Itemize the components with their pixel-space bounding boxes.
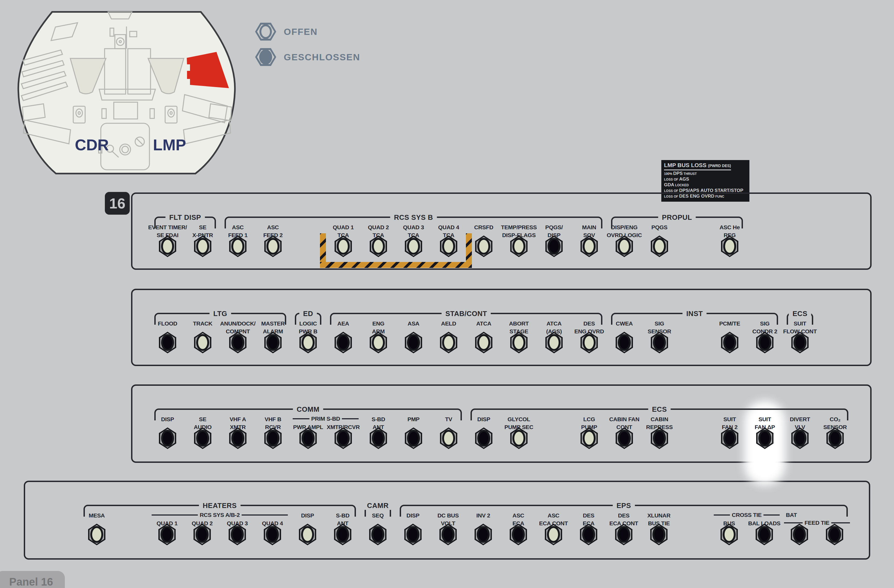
breaker-state-closed xyxy=(654,528,663,541)
breaker-quad-1[interactable] xyxy=(159,524,176,545)
breaker-dc-bus-volt[interactable] xyxy=(439,524,457,545)
breaker-quad-3[interactable] xyxy=(229,524,246,545)
breaker-cwea[interactable] xyxy=(616,332,633,353)
breaker-cell-master-alarm: MASTERALARM xyxy=(255,290,290,365)
breaker-disp[interactable] xyxy=(404,524,421,545)
breaker-eng-arm[interactable] xyxy=(370,332,387,353)
breaker-xlunar-bus-tie[interactable] xyxy=(650,524,667,545)
lmp-station-label: LMP xyxy=(153,136,186,154)
breaker-cell-atca-ags: ATCA(AGS) xyxy=(536,290,572,365)
breaker-state-open xyxy=(514,240,524,253)
breaker-suit-flow-cont[interactable] xyxy=(791,332,809,353)
breaker-aeld[interactable] xyxy=(440,332,457,353)
breaker-cell-dc-bus-volt: DC BUSVOLT xyxy=(430,482,466,558)
breaker-aea[interactable] xyxy=(335,332,352,353)
breaker-abort-stage[interactable] xyxy=(510,332,527,353)
breaker-master-alarm[interactable] xyxy=(264,332,282,353)
breaker-s-bd-ant[interactable] xyxy=(334,524,351,545)
breaker-cell-quad-3: QUAD 3 xyxy=(220,482,255,558)
breaker-disp[interactable] xyxy=(159,428,176,449)
breaker-bus[interactable] xyxy=(720,524,738,545)
breaker-disp[interactable] xyxy=(299,524,316,545)
breaker-pqgs[interactable] xyxy=(651,236,668,257)
breaker-pmp[interactable] xyxy=(405,428,422,449)
breaker-disp-eng-ovrd-logic[interactable] xyxy=(616,236,633,257)
breaker-flood[interactable] xyxy=(159,332,176,353)
breaker-des-eca[interactable] xyxy=(580,524,597,545)
breaker-cell-mesa: MESA xyxy=(79,482,114,558)
breaker-glycol-pump-sec[interactable] xyxy=(510,428,527,449)
breaker-state-closed xyxy=(338,528,347,541)
breaker-label: CABIN xyxy=(651,416,668,423)
breaker-asc-feed-2[interactable] xyxy=(264,236,282,257)
breaker-pwr-ampl[interactable] xyxy=(299,428,317,449)
breaker-quad-1-tca[interactable] xyxy=(335,236,352,257)
breaker-state-closed xyxy=(163,432,172,445)
group-label-inst: INST xyxy=(683,310,707,318)
breaker-label: DISP xyxy=(477,416,490,423)
breaker-quad-3-tca[interactable] xyxy=(405,236,422,257)
breaker-cell-abort-stage: ABORTSTAGE xyxy=(501,290,536,365)
breaker-bat-feed-tie-a[interactable] xyxy=(791,524,808,545)
breaker-cabin-repress[interactable] xyxy=(651,428,668,449)
breaker-bal-loads[interactable] xyxy=(756,524,773,545)
breaker-quad-4[interactable] xyxy=(264,524,281,545)
breaker-state-open xyxy=(655,240,664,253)
breaker-des-eca-cont[interactable] xyxy=(615,524,633,545)
breaker-cell-quad-4: QUAD 4 xyxy=(255,482,290,558)
breaker-asc-feed-1[interactable] xyxy=(229,236,246,257)
breaker-event-timer-se-fdai[interactable] xyxy=(159,236,176,257)
breaker-suit-fan-p[interactable] xyxy=(756,428,773,449)
breaker-des-eng-ovrd[interactable] xyxy=(580,332,598,353)
breaker-sig-condr-2[interactable] xyxy=(756,332,773,353)
breaker-se-audio[interactable] xyxy=(194,428,211,449)
breaker-atca[interactable] xyxy=(475,332,492,353)
breaker-track[interactable] xyxy=(194,332,211,353)
breaker-logic-pwr-b[interactable] xyxy=(299,332,317,353)
breaker-state-closed xyxy=(655,432,664,445)
breaker-sig-sensor[interactable] xyxy=(651,332,668,353)
breaker-asa[interactable] xyxy=(405,332,422,353)
breaker-pqgs-disp[interactable] xyxy=(545,236,563,257)
breaker-quad-2-tca[interactable] xyxy=(370,236,387,257)
breaker-lcg-pump[interactable] xyxy=(580,428,598,449)
breaker-vhf-b-rcvr[interactable] xyxy=(264,428,282,449)
breaker-tv[interactable] xyxy=(440,428,457,449)
breaker-asc-eca-cont[interactable] xyxy=(545,524,562,545)
breaker-asc-eca[interactable] xyxy=(510,524,527,545)
breaker-state-closed xyxy=(619,528,628,541)
breaker-quad-4-tca[interactable] xyxy=(440,236,457,257)
breaker-bat-feed-tie-b[interactable] xyxy=(826,524,843,545)
breaker-label: SUIT xyxy=(759,416,771,423)
breaker-label: EVENT TIMER/ xyxy=(148,224,187,231)
breaker-divert-vlv[interactable] xyxy=(791,428,809,449)
breaker-cabin-fan-cont[interactable] xyxy=(616,428,633,449)
breaker-suit-fan-2[interactable] xyxy=(721,428,738,449)
breaker-se-x-pntr[interactable] xyxy=(194,236,211,257)
breaker-label: ATCA xyxy=(547,320,562,327)
breaker-anun-dock-compnt[interactable] xyxy=(229,332,246,353)
breaker-co-sensor[interactable] xyxy=(826,428,844,449)
breaker-pcm-te[interactable] xyxy=(721,332,738,353)
breaker-temp-press-disp-flags[interactable] xyxy=(510,236,527,257)
breaker-cell-des-eng-ovrd: DESENG OVRD xyxy=(572,290,607,365)
breaker-quad-2[interactable] xyxy=(193,524,211,545)
breaker-inv-2[interactable] xyxy=(474,524,492,545)
breaker-vhf-a-xmtr[interactable] xyxy=(229,428,246,449)
breaker-mesa[interactable] xyxy=(88,524,106,545)
breaker-label: AEA xyxy=(337,320,349,327)
breaker-seq[interactable] xyxy=(369,524,387,545)
breaker-crsfd[interactable] xyxy=(475,236,492,257)
breaker-main-sov[interactable] xyxy=(580,236,598,257)
breaker-asc-he-reg[interactable] xyxy=(721,236,738,257)
breaker-label: LOGIC xyxy=(299,320,317,327)
breaker-xmtr-rcvr[interactable] xyxy=(335,428,352,449)
breaker-atca-ags[interactable] xyxy=(545,332,563,353)
breaker-label: MESA xyxy=(89,512,104,519)
breaker-disp[interactable] xyxy=(475,428,492,449)
breaker-cell-asc-feed-2: ASCFEED 2 xyxy=(255,194,290,269)
breaker-cell-asc-eca-cont: ASCECA CONT xyxy=(536,482,571,558)
open-breaker-icon xyxy=(255,23,276,41)
breaker-s-bd-ant[interactable] xyxy=(370,428,387,449)
breaker-label: PQGS xyxy=(651,224,667,231)
